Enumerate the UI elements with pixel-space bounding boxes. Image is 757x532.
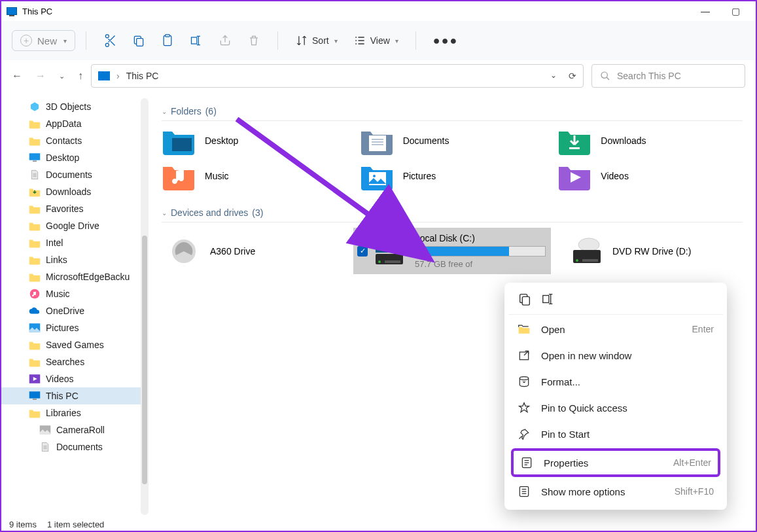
chevron-down-icon[interactable]: ⌄ xyxy=(550,71,557,81)
rename-icon[interactable] xyxy=(541,292,555,306)
sidebar-item-libraries[interactable]: Libraries xyxy=(1,404,149,421)
sidebar-item-label: Videos xyxy=(46,374,74,384)
folder-downloads[interactable]: Downloads xyxy=(557,126,743,155)
more-button[interactable]: ●●● xyxy=(427,30,465,52)
context-menu-pin-to-start[interactable]: Pin to Start xyxy=(508,421,723,447)
search-placeholder: Search This PC xyxy=(617,71,681,81)
sidebar-item-label: Downloads xyxy=(46,186,91,197)
paste-button[interactable] xyxy=(154,30,181,51)
chevron-down-icon: ▾ xyxy=(63,37,67,44)
drive-dvd-rw-drive-d-[interactable]: DVD RW Drive (D:) xyxy=(564,228,743,274)
folder-desktop[interactable]: Desktop xyxy=(162,126,347,155)
rename-button[interactable] xyxy=(183,30,209,51)
folder-label: Music xyxy=(205,171,229,181)
context-menu-properties[interactable]: PropertiesAlt+Enter xyxy=(514,451,718,474)
sidebar-item-microsoftedgebacku[interactable]: MicrosoftEdgeBacku xyxy=(1,268,149,285)
sidebar-item-contacts[interactable]: Contacts xyxy=(1,132,149,149)
sidebar-item-google-drive[interactable]: Google Drive xyxy=(1,217,149,234)
svg-point-27 xyxy=(576,259,578,262)
history-button[interactable]: ⌄ xyxy=(59,72,65,80)
svg-rect-28 xyxy=(582,259,598,262)
context-menu-shortcut: Shift+F10 xyxy=(675,486,714,497)
sidebar-item-label: Saved Games xyxy=(46,340,104,350)
delete-button[interactable] xyxy=(241,30,267,51)
view-button[interactable]: View ▾ xyxy=(347,30,405,51)
view-icon xyxy=(353,34,366,47)
group-count: (3) xyxy=(252,207,263,218)
folder-music[interactable]: Music xyxy=(162,162,347,190)
sidebar-item-music[interactable]: Music xyxy=(1,285,149,302)
svg-rect-15 xyxy=(369,135,386,151)
context-menu-format-[interactable]: Format... xyxy=(508,368,723,395)
sidebar-item-cameraroll[interactable]: CameraRoll xyxy=(1,421,149,438)
context-menu-show-more-options[interactable]: Show more optionsShift+F10 xyxy=(508,478,723,505)
drives-row: A360 Drive✓Local Disk (C:)57.7 GB free o… xyxy=(162,228,743,274)
sidebar-item-3d-objects[interactable]: 3D Objects xyxy=(1,98,149,115)
window-title: This PC xyxy=(22,7,52,16)
search-input[interactable]: Search This PC xyxy=(591,64,745,88)
sidebar-item-label: Libraries xyxy=(46,408,81,418)
chevron-down-icon: ▾ xyxy=(395,37,398,44)
sort-button[interactable]: Sort ▾ xyxy=(289,30,344,51)
sidebar-item-documents[interactable]: Documents xyxy=(1,166,149,183)
context-menu-open[interactable]: OpenEnter xyxy=(508,316,723,342)
group-drives-header[interactable]: ⌄ Devices and drives (3) xyxy=(162,204,743,222)
breadcrumb[interactable]: This PC xyxy=(126,71,159,81)
sidebar-item-videos[interactable]: Videos xyxy=(1,370,149,387)
status-bar: 9 items 1 item selected xyxy=(9,520,104,529)
sidebar-item-this-pc[interactable]: This PC xyxy=(1,387,149,404)
up-button[interactable]: ↑ xyxy=(78,70,83,82)
address-bar[interactable]: › This PC ⌄ ⟳ xyxy=(91,64,584,88)
forward-button[interactable]: → xyxy=(35,70,46,82)
drive-local-disk-c-[interactable]: ✓Local Disk (C:)57.7 GB free of xyxy=(353,228,551,274)
sidebar-item-saved-games[interactable]: Saved Games xyxy=(1,336,149,353)
share-button[interactable] xyxy=(212,30,238,51)
title-bar: This PC — ▢ xyxy=(1,1,756,21)
new-button[interactable]: + New ▾ xyxy=(12,30,75,51)
checkbox-icon[interactable]: ✓ xyxy=(357,246,368,257)
breadcrumb-sep: › xyxy=(116,71,120,81)
context-menu-label: Properties xyxy=(544,457,588,469)
scrollbar-thumb[interactable] xyxy=(142,236,147,484)
drive-a360-drive[interactable]: A360 Drive xyxy=(162,228,340,274)
cut-button[interactable] xyxy=(97,30,123,51)
context-menu-pin-to-quick-access[interactable]: Pin to Quick access xyxy=(508,395,723,421)
sidebar-item-desktop[interactable]: Desktop xyxy=(1,149,149,166)
maximize-button[interactable]: ▢ xyxy=(720,1,750,21)
sidebar-item-downloads[interactable]: Downloads xyxy=(1,183,149,200)
group-folders-header[interactable]: ⌄ Folders (6) xyxy=(162,102,743,121)
sidebar-item-label: Intel xyxy=(46,238,63,248)
plus-icon: + xyxy=(20,35,32,46)
back-button[interactable]: ← xyxy=(12,70,22,82)
sidebar-item-searches[interactable]: Searches xyxy=(1,353,149,370)
folder-videos[interactable]: Videos xyxy=(557,162,743,190)
sidebar-item-pictures[interactable]: Pictures xyxy=(1,319,149,336)
copy-icon[interactable] xyxy=(518,292,532,306)
sidebar-item-intel[interactable]: Intel xyxy=(1,234,149,251)
group-title: Devices and drives xyxy=(171,207,248,218)
context-menu-open-in-new-window[interactable]: Open in new window xyxy=(508,342,723,368)
status-selected: 1 item selected xyxy=(47,520,104,529)
sidebar-item-label: Links xyxy=(46,255,67,265)
refresh-button[interactable]: ⟳ xyxy=(569,71,576,81)
scrollbar[interactable] xyxy=(141,98,149,515)
sidebar-item-favorites[interactable]: Favorites xyxy=(1,200,149,217)
separator xyxy=(277,31,278,50)
context-menu-top xyxy=(508,288,723,313)
sidebar-item-links[interactable]: Links xyxy=(1,251,149,268)
copy-icon xyxy=(132,34,145,47)
chevron-down-icon: ⌄ xyxy=(162,209,167,217)
copy-button[interactable] xyxy=(126,30,152,51)
sidebar-item-label: This PC xyxy=(46,391,79,401)
svg-rect-32 xyxy=(543,296,549,303)
sidebar-item-appdata[interactable]: AppData xyxy=(1,115,149,132)
sidebar-item-documents[interactable]: Documents xyxy=(1,438,149,455)
new-label: New xyxy=(37,35,57,46)
folder-pictures[interactable]: Pictures xyxy=(360,162,545,190)
nav-buttons: ← → ⌄ ↑ xyxy=(12,70,83,82)
sidebar-item-label: Documents xyxy=(56,442,103,452)
sidebar-item-onedrive[interactable]: OneDrive xyxy=(1,302,149,319)
svg-rect-7 xyxy=(33,161,37,162)
minimize-button[interactable]: — xyxy=(690,1,720,21)
folder-documents[interactable]: Documents xyxy=(360,126,545,155)
